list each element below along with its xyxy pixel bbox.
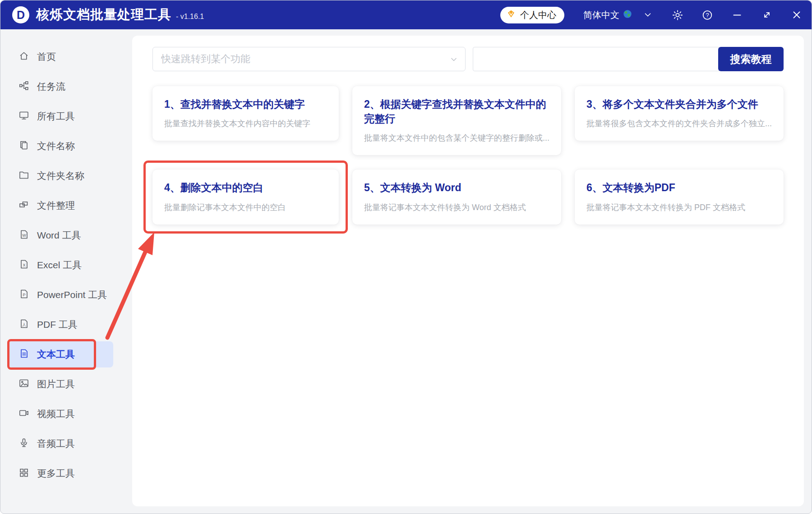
- vip-diamond-icon: [506, 9, 517, 22]
- logo-letter: D: [17, 9, 25, 22]
- card-title: 1、查找并替换文本中的关键字: [164, 97, 327, 111]
- chevron-down-icon[interactable]: [449, 55, 458, 66]
- card-description: 批量删除记事本文本文件中的空白: [164, 202, 327, 213]
- window-body: 首页 任务流 所有工具 文件名称 文件夹名称 文件整理: [0, 29, 812, 514]
- sidebar-item-workflow[interactable]: 任务流: [0, 72, 132, 101]
- maximize-icon[interactable]: [761, 9, 773, 21]
- card-title: 2、根据关键字查找并替换文本文件中的完整行: [364, 97, 549, 126]
- app-window: D 核烁文档批量处理工具 - v1.16.1 个人中心 简体中文: [0, 0, 812, 514]
- text-doc-icon: [18, 348, 29, 361]
- sidebar-item-powerpoint-tools[interactable]: P PowerPoint 工具: [0, 280, 132, 310]
- sidebar-item-label: 文件夹名称: [37, 170, 84, 182]
- titlebar-actions: 个人中心 简体中文 ?: [500, 7, 803, 23]
- sidebar-item-folder-name[interactable]: 文件夹名称: [0, 161, 132, 191]
- card-description: 批量将记事本文本文件转换为 PDF 文档格式: [586, 202, 772, 213]
- pdf-doc-icon: 人: [18, 318, 29, 331]
- card-find-replace-keyword[interactable]: 1、查找并替换文本中的关键字 批量查找并替换文本文件内容中的关键字: [152, 86, 339, 141]
- home-icon: [18, 50, 29, 64]
- svg-text:P: P: [23, 293, 25, 297]
- sidebar-item-all-tools[interactable]: 所有工具: [0, 101, 132, 131]
- sidebar-item-label: 更多工具: [37, 467, 75, 480]
- svg-text:W: W: [22, 233, 26, 238]
- sidebar-item-more-tools[interactable]: 更多工具: [0, 459, 132, 488]
- main-area: 搜索教程 1、查找并替换文本中的关键字 批量查找并替换文本文件内容中的关键字 2…: [132, 29, 812, 514]
- content-panel: 搜索教程 1、查找并替换文本中的关键字 批量查找并替换文本文件内容中的关键字 2…: [132, 36, 804, 506]
- card-description: 批量查找并替换文本文件内容中的关键字: [164, 118, 327, 129]
- sidebar-item-label: 文本工具: [37, 348, 75, 361]
- sidebar-item-video-tools[interactable]: 视频工具: [0, 399, 132, 429]
- sidebar-item-file-organize[interactable]: 文件整理: [0, 191, 132, 220]
- card-title: 5、文本转换为 Word: [364, 180, 549, 195]
- sidebar-item-label: 图片工具: [37, 378, 75, 390]
- feature-cards-grid: 1、查找并替换文本中的关键字 批量查找并替换文本文件内容中的关键字 2、根据关键…: [152, 86, 784, 225]
- user-center-label: 个人中心: [520, 9, 556, 21]
- card-title: 4、删除文本中的空白: [164, 180, 327, 195]
- sidebar-item-label: 首页: [37, 50, 56, 63]
- folder-icon: [18, 170, 29, 183]
- chevron-down-icon[interactable]: [642, 9, 654, 21]
- app-title: 核烁文档批量处理工具: [36, 6, 171, 24]
- sidebar-item-audio-tools[interactable]: 音频工具: [0, 429, 132, 459]
- ppt-doc-icon: P: [18, 289, 29, 302]
- sidebar-item-pdf-tools[interactable]: 人 PDF 工具: [0, 310, 132, 340]
- sidebar-item-label: 所有工具: [37, 110, 75, 123]
- sidebar-item-label: PowerPoint 工具: [37, 289, 107, 301]
- app-logo: D: [12, 6, 29, 23]
- card-text-to-pdf[interactable]: 6、文本转换为PDF 批量将记事本文本文件转换为 PDF 文档格式: [575, 170, 784, 224]
- sidebar-item-file-name[interactable]: 文件名称: [0, 131, 132, 161]
- close-icon[interactable]: [791, 9, 803, 21]
- sidebar-item-excel-tools[interactable]: X Excel 工具: [0, 250, 132, 280]
- app-version: - v1.16.1: [176, 13, 204, 21]
- tutorial-search: 搜索教程: [473, 47, 784, 71]
- language-selector[interactable]: 简体中文: [583, 9, 654, 21]
- sidebar-item-label: PDF 工具: [37, 318, 78, 331]
- card-description: 批量将记事本文本文件转换为 Word 文档格式: [364, 202, 549, 213]
- mic-icon: [18, 437, 29, 450]
- gear-icon[interactable]: [672, 9, 683, 21]
- card-merge-folders[interactable]: 3、将多个文本文件夹合并为多个文件 批量将很多包含文本文件的文件夹合并成多个独立…: [575, 86, 784, 141]
- word-doc-icon: W: [18, 229, 29, 242]
- image-icon: [18, 378, 29, 391]
- card-description: 批量将很多包含文本文件的文件夹合并成多个独立...: [586, 118, 772, 129]
- sidebar-item-label: 任务流: [37, 80, 65, 93]
- workflow-icon: [18, 80, 29, 93]
- title-bar: D 核烁文档批量处理工具 - v1.16.1 个人中心 简体中文: [0, 0, 812, 29]
- card-title: 6、文本转换为PDF: [586, 180, 772, 195]
- sidebar-item-label: Excel 工具: [37, 259, 82, 271]
- svg-text:X: X: [23, 263, 25, 267]
- card-title: 3、将多个文本文件夹合并为多个文件: [586, 97, 772, 111]
- file-name-icon: [18, 140, 29, 153]
- globe-icon: [623, 9, 632, 21]
- title-group: 核烁文档批量处理工具 - v1.16.1: [36, 6, 204, 24]
- user-center-button[interactable]: 个人中心: [500, 7, 564, 23]
- grid-icon: [18, 467, 29, 480]
- svg-text:?: ?: [706, 12, 709, 18]
- quick-jump-select[interactable]: [152, 47, 466, 71]
- sidebar-active-wrap: 文本工具: [0, 340, 132, 369]
- card-remove-whitespace[interactable]: 4、删除文本中的空白 批量删除记事本文本文件中的空白: [152, 170, 339, 224]
- language-label: 简体中文: [583, 9, 619, 21]
- sidebar-item-home[interactable]: 首页: [0, 42, 132, 72]
- sidebar-item-label: 视频工具: [37, 408, 75, 420]
- sidebar-item-text-tools[interactable]: 文本工具: [9, 341, 113, 367]
- toolbar: 搜索教程: [152, 47, 784, 71]
- sidebar-item-image-tools[interactable]: 图片工具: [0, 369, 132, 399]
- tutorial-search-input[interactable]: [473, 47, 719, 71]
- sidebar-item-label: 文件整理: [37, 199, 75, 212]
- sidebar: 首页 任务流 所有工具 文件名称 文件夹名称 文件整理: [0, 29, 132, 514]
- svg-text:人: 人: [22, 322, 26, 327]
- card-text-to-word[interactable]: 5、文本转换为 Word 批量将记事本文本文件转换为 Word 文档格式: [352, 170, 561, 224]
- monitor-icon: [18, 110, 29, 123]
- minimize-icon[interactable]: [731, 9, 743, 21]
- excel-doc-icon: X: [18, 259, 29, 272]
- help-icon[interactable]: ?: [701, 9, 713, 21]
- organize-icon: [18, 199, 29, 212]
- card-description: 批量将文本文件中的包含某个关键字的整行删除或...: [364, 133, 549, 143]
- sidebar-item-word-tools[interactable]: W Word 工具: [0, 220, 132, 250]
- quick-jump-input[interactable]: [152, 47, 466, 71]
- card-replace-full-line[interactable]: 2、根据关键字查找并替换文本文件中的完整行 批量将文本文件中的包含某个关键字的整…: [352, 86, 561, 155]
- annotation-red-box-card: [143, 161, 348, 233]
- sidebar-item-label: 文件名称: [37, 140, 75, 152]
- sidebar-item-label: Word 工具: [37, 229, 81, 242]
- search-tutorial-button[interactable]: 搜索教程: [718, 47, 784, 71]
